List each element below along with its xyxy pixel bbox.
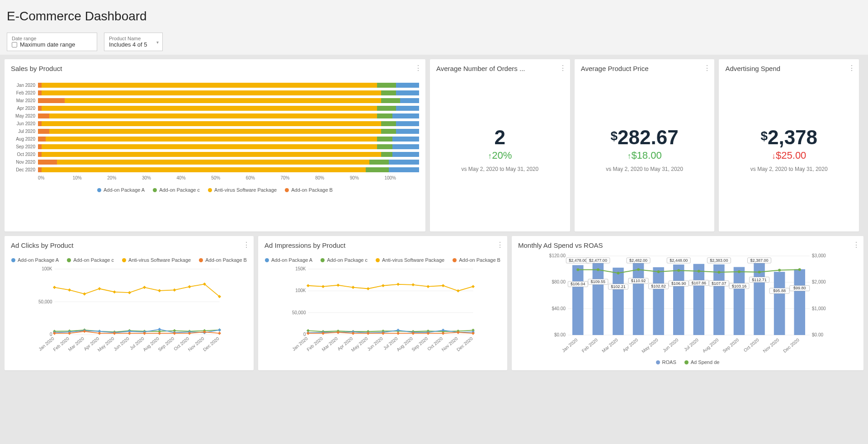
svg-text:Feb 2020: Feb 2020 xyxy=(306,336,324,352)
card-menu-icon[interactable]: ⋮ xyxy=(415,64,422,72)
svg-text:Sep 2020: Sep 2020 xyxy=(157,336,175,352)
svg-rect-94 xyxy=(426,285,429,288)
svg-text:May 2020: May 2020 xyxy=(97,336,115,353)
ad-clicks-line-chart: 050,000100KJan 2020Feb 2020Mar 2020Apr 2… xyxy=(11,265,247,355)
kpi-compare-text: vs May 2, 2020 to May 31, 2020 xyxy=(750,166,828,172)
card-title: Average Product Price xyxy=(581,65,708,72)
svg-point-168 xyxy=(778,269,781,272)
svg-text:$1,000: $1,000 xyxy=(812,306,826,311)
card-menu-icon[interactable]: ⋮ xyxy=(559,64,566,72)
svg-text:Dec 2020: Dec 2020 xyxy=(202,336,220,352)
svg-text:50,000: 50,000 xyxy=(38,299,52,304)
svg-point-169 xyxy=(798,268,801,271)
svg-rect-49 xyxy=(158,328,161,331)
svg-rect-89 xyxy=(352,286,355,289)
kpi-avg-orders-value: 2 xyxy=(495,126,505,149)
card-title: Monthly Ad Spend vs ROAS xyxy=(518,241,857,249)
svg-text:Mar 2020: Mar 2020 xyxy=(601,337,619,354)
svg-text:$0.00: $0.00 xyxy=(812,332,823,337)
svg-text:Feb 2020: Feb 2020 xyxy=(52,336,71,352)
svg-rect-24 xyxy=(143,286,146,289)
svg-text:$112.71: $112.71 xyxy=(752,278,767,282)
svg-rect-86 xyxy=(307,284,310,287)
svg-text:$109.55: $109.55 xyxy=(591,279,606,284)
svg-text:May 2020: May 2020 xyxy=(641,337,659,354)
svg-text:$2,482.00: $2,482.00 xyxy=(629,258,647,263)
card-menu-icon[interactable]: ⋮ xyxy=(853,241,860,249)
svg-text:Mar 2020: Mar 2020 xyxy=(321,336,339,352)
svg-text:$120.00: $120.00 xyxy=(549,253,566,258)
card-title: Sales by Product xyxy=(11,65,419,72)
card-menu-icon[interactable]: ⋮ xyxy=(703,64,711,72)
card-ad-spend: ⋮ Advertising Spend $2,378 ↓$25.00 vs Ma… xyxy=(719,59,859,231)
svg-text:$2,478.00: $2,478.00 xyxy=(569,258,587,263)
sales-x-axis: 0%10%20%30%40%50%60%70%80%90%100% xyxy=(11,175,419,180)
filter-product-name-value: Includes 4 of 5 xyxy=(109,41,147,48)
card-sales-by-product: ⋮ Sales by Product Jan 2020Feb 2020Mar 2… xyxy=(5,59,425,231)
row-1: ⋮ Sales by Product Jan 2020Feb 2020Mar 2… xyxy=(0,55,868,236)
svg-text:$106.90: $106.90 xyxy=(671,281,686,286)
svg-text:Feb 2020: Feb 2020 xyxy=(581,337,599,354)
svg-text:Aug 2020: Aug 2020 xyxy=(396,336,414,352)
svg-text:Dec 2020: Dec 2020 xyxy=(782,337,800,354)
svg-rect-19 xyxy=(68,288,71,292)
filter-product-name-label: Product Name xyxy=(109,36,158,41)
svg-point-158 xyxy=(576,268,579,271)
svg-rect-92 xyxy=(396,283,400,286)
sales-stacked-bar-chart: Jan 2020Feb 2020Mar 2020Apr 2020May 2020… xyxy=(11,81,419,174)
card-title: Advertising Spend xyxy=(725,65,853,72)
svg-text:$103.16: $103.16 xyxy=(732,284,747,288)
svg-text:Jan 2020: Jan 2020 xyxy=(561,337,579,353)
svg-rect-26 xyxy=(173,288,176,292)
svg-rect-153 xyxy=(713,265,725,335)
svg-rect-154 xyxy=(734,267,745,335)
svg-rect-95 xyxy=(442,284,445,287)
card-title: Ad Clicks by Product xyxy=(11,241,247,249)
svg-point-163 xyxy=(677,269,680,272)
svg-rect-152 xyxy=(693,264,705,335)
filter-date-range-label: Date range xyxy=(12,36,92,41)
ad-clicks-legend: Add-on Package AAdd-on Package cAnti-vir… xyxy=(11,257,247,263)
card-menu-icon[interactable]: ⋮ xyxy=(848,64,855,72)
svg-text:$107.07: $107.07 xyxy=(712,281,726,286)
svg-text:50,000: 50,000 xyxy=(292,310,306,315)
svg-text:$2,477.00: $2,477.00 xyxy=(589,258,607,263)
card-avg-price: ⋮ Average Product Price $282.67 ↑$18.00 … xyxy=(575,59,715,231)
filter-date-range-value: Maximum date range xyxy=(20,41,75,48)
svg-text:$80.00: $80.00 xyxy=(552,279,566,284)
kpi-compare-text: vs May 2, 2020 to May 31, 2020 xyxy=(461,166,538,172)
filter-bar: Date range Maximum date range Product Na… xyxy=(7,33,861,51)
svg-text:Aug 2020: Aug 2020 xyxy=(702,337,720,354)
card-title: Average Number of Orders ... xyxy=(436,65,564,72)
svg-point-162 xyxy=(657,270,660,273)
svg-text:Jun 2020: Jun 2020 xyxy=(113,336,130,352)
filter-product-name[interactable]: Product Name Includes 4 of 5 ▾ xyxy=(104,33,163,51)
svg-rect-91 xyxy=(382,284,385,287)
card-menu-icon[interactable]: ⋮ xyxy=(496,241,504,249)
svg-text:$99.80: $99.80 xyxy=(793,286,806,290)
card-ad-clicks: ⋮ Ad Clicks by Product Add-on Package AA… xyxy=(5,236,254,370)
card-avg-orders: ⋮ Average Number of Orders ... 2 ↑20% vs… xyxy=(430,59,570,231)
svg-point-160 xyxy=(617,272,619,274)
svg-rect-157 xyxy=(794,269,805,335)
svg-text:150K: 150K xyxy=(295,266,306,271)
svg-text:Aug 2020: Aug 2020 xyxy=(142,336,160,352)
svg-rect-22 xyxy=(113,290,116,293)
svg-text:$110.92: $110.92 xyxy=(631,279,646,283)
svg-text:$2,448.00: $2,448.00 xyxy=(670,258,688,263)
svg-rect-97 xyxy=(472,285,475,288)
filter-date-range[interactable]: Date range Maximum date range xyxy=(7,33,97,51)
svg-text:100K: 100K xyxy=(295,288,306,293)
card-menu-icon[interactable]: ⋮ xyxy=(243,241,250,249)
kpi-compare-text: vs May 2, 2020 to May 31, 2020 xyxy=(606,166,683,172)
kpi-ad-spend-delta: ↓$25.00 xyxy=(772,150,806,161)
svg-rect-148 xyxy=(613,268,624,335)
svg-rect-93 xyxy=(411,283,415,286)
svg-rect-23 xyxy=(128,291,131,294)
svg-rect-21 xyxy=(98,287,101,290)
svg-point-165 xyxy=(717,271,720,274)
kpi-avg-price-delta: ↑$18.00 xyxy=(627,150,661,161)
svg-text:$40.00: $40.00 xyxy=(552,306,566,311)
svg-text:$2,387.00: $2,387.00 xyxy=(750,258,769,263)
svg-text:100K: 100K xyxy=(42,266,52,271)
